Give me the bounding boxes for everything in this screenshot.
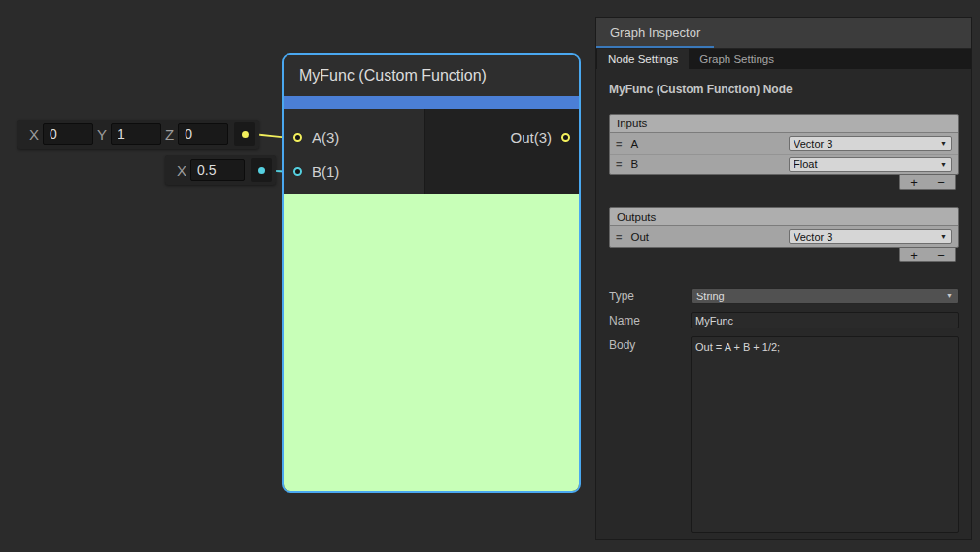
body-row: Body Out = A + B + 1/2; [609, 336, 959, 533]
tab-graph-settings[interactable]: Graph Settings [689, 49, 785, 69]
node-title: MyFunc (Custom Function) [299, 67, 487, 85]
port-b-circle-icon[interactable] [293, 167, 302, 176]
x-label: X [29, 126, 39, 143]
dropdown-value: Vector 3 [794, 138, 832, 150]
drag-handle-icon[interactable]: = [616, 138, 622, 150]
input-port-a[interactable]: A(3) [284, 121, 424, 155]
inspector-heading: MyFunc (Custom Function) Node [609, 83, 959, 96]
drag-handle-icon[interactable]: = [616, 231, 622, 243]
output-name: Out [630, 231, 789, 243]
x-field[interactable] [190, 159, 245, 181]
graph-inspector-panel: Graph Inspector Node Settings Graph Sett… [595, 17, 972, 540]
node-port-area: A(3) B(1) Out(3) [284, 109, 579, 194]
type-dropdown[interactable]: String ▼ [691, 288, 959, 304]
node-title-bar[interactable]: MyFunc (Custom Function) [284, 55, 579, 96]
drag-handle-icon[interactable]: = [616, 158, 622, 170]
name-label: Name [609, 312, 691, 328]
input-row-a[interactable]: = A Vector 3 ▼ [610, 133, 958, 154]
dropdown-value: Float [794, 158, 817, 170]
add-input-button[interactable]: + [910, 176, 918, 189]
inputs-list-header: Inputs [610, 115, 958, 133]
inputs-list: Inputs = A Vector 3 ▼ = B Float ▼ [609, 114, 959, 175]
vector3-port-dot-icon [242, 131, 249, 138]
custom-function-node[interactable]: MyFunc (Custom Function) A(3) B(1) Out(3… [282, 53, 581, 493]
input-a-type-dropdown[interactable]: Vector 3 ▼ [789, 136, 952, 151]
input-ports-column: A(3) B(1) [284, 109, 425, 194]
output-ports-column: Out(3) [425, 109, 579, 194]
output-row-out[interactable]: = Out Vector 3 ▼ [610, 226, 958, 247]
dropdown-value: String [696, 291, 725, 302]
outputs-title: Outputs [617, 211, 656, 223]
input-b-type-dropdown[interactable]: Float ▼ [789, 157, 952, 172]
inspector-body: MyFunc (Custom Function) Node Inputs = A… [596, 69, 971, 533]
port-out-label: Out(3) [510, 129, 552, 146]
input-port-b[interactable]: B(1) [284, 155, 424, 189]
chevron-down-icon: ▼ [940, 161, 947, 168]
inputs-title: Inputs [617, 118, 647, 129]
outputs-list-header: Outputs [610, 208, 958, 226]
float-port-dot-icon [258, 167, 265, 174]
add-output-button[interactable]: + [910, 249, 918, 261]
body-field[interactable]: Out = A + B + 1/2; [691, 336, 959, 533]
x-label: X [177, 162, 186, 179]
port-a-label: A(3) [312, 129, 339, 146]
inputs-list-footer: + − [899, 175, 956, 190]
inspector-title-bar: Graph Inspector [596, 18, 971, 49]
dropdown-value: Vector 3 [794, 231, 832, 243]
port-out-circle-icon[interactable] [561, 133, 570, 142]
y-field[interactable] [111, 123, 161, 145]
input-name: B [630, 158, 789, 170]
name-row: Name [609, 312, 959, 328]
input-name: A [630, 138, 789, 150]
port-b-label: B(1) [312, 163, 339, 180]
remove-input-button[interactable]: − [937, 176, 945, 189]
port-a-circle-icon[interactable] [293, 133, 302, 142]
type-label: Type [609, 288, 691, 304]
remove-output-button[interactable]: − [937, 249, 945, 261]
outputs-list: Outputs = Out Vector 3 ▼ [609, 207, 959, 248]
tab-node-settings[interactable]: Node Settings [597, 49, 689, 69]
output-type-dropdown[interactable]: Vector 3 ▼ [789, 229, 952, 244]
float-output-port[interactable] [251, 158, 272, 182]
z-label: Z [165, 126, 174, 143]
chevron-down-icon: ▼ [940, 140, 947, 147]
vector3-output-port[interactable] [234, 122, 255, 146]
input-row-b[interactable]: = B Float ▼ [610, 154, 958, 174]
node-preview [284, 194, 579, 491]
inspector-title: Graph Inspector [610, 25, 700, 40]
body-label: Body [609, 336, 691, 533]
float-input-node[interactable]: X [165, 155, 276, 185]
vector3-input-node[interactable]: X Y Z [17, 120, 259, 149]
inspector-title-tab[interactable]: Graph Inspector [596, 18, 714, 48]
type-row: Type String ▼ [609, 288, 959, 304]
output-port-out[interactable]: Out(3) [425, 121, 579, 155]
inspector-tab-strip: Node Settings Graph Settings [596, 49, 971, 69]
outputs-list-footer: + − [899, 248, 956, 262]
node-accent-bar [284, 96, 579, 109]
y-label: Y [97, 126, 107, 143]
x-field[interactable] [43, 123, 93, 145]
z-field[interactable] [178, 123, 228, 145]
chevron-down-icon: ▼ [940, 233, 947, 240]
name-field[interactable] [691, 312, 959, 328]
chevron-down-icon: ▼ [946, 293, 953, 299]
